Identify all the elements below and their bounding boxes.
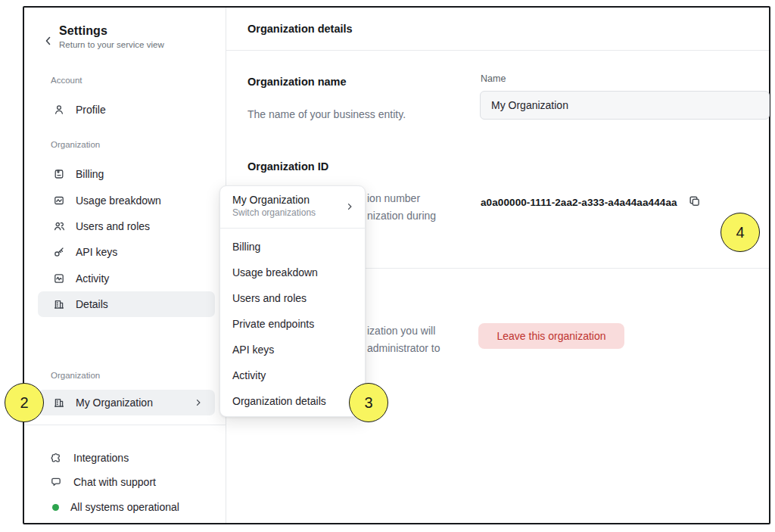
chat-bubble-icon <box>50 476 62 488</box>
org-name-section-title: Organization name <box>247 76 347 88</box>
organization-section-label: Organization <box>51 140 100 149</box>
building-icon <box>53 298 65 310</box>
sidebar-item-api-keys[interactable]: API keys <box>38 239 215 265</box>
dropdown-menu-list: Billing Usage breakdown Users and roles … <box>220 229 365 417</box>
menu-item-billing[interactable]: Billing <box>220 234 365 260</box>
organization-name-input[interactable] <box>480 91 770 120</box>
usage-chart-icon <box>53 194 65 207</box>
puzzle-icon <box>50 452 62 464</box>
menu-item-organization-details[interactable]: Organization details <box>220 388 365 414</box>
main-header: Organization details <box>226 8 769 51</box>
sidebar-item-label: Profile <box>76 104 106 116</box>
sidebar-item-label: All systems operational <box>70 501 179 513</box>
name-field-label: Name <box>481 73 506 84</box>
sidebar-item-usage-breakdown[interactable]: Usage breakdown <box>38 188 215 213</box>
key-icon <box>53 246 65 258</box>
sidebar-item-my-organization[interactable]: My Organization <box>38 390 215 415</box>
settings-title: Settings <box>59 24 164 38</box>
org-name-section-description: The name of your business entity. <box>247 106 406 123</box>
sidebar-item-label: API keys <box>76 246 117 258</box>
organization-switcher-label: Organization <box>51 371 100 380</box>
sidebar-item-label: Details <box>76 298 108 310</box>
organization-id-value: a0a00000-1111-2aa2-a333-a4a44aa444aa <box>481 197 677 208</box>
menu-item-private-endpoints[interactable]: Private endpoints <box>220 311 365 337</box>
org-id-description-fragment-1: ion number <box>367 192 420 204</box>
callout-badge-2: 2 <box>5 383 44 422</box>
sidebar-header: Settings Return to your service view <box>41 24 164 49</box>
dropdown-org-subtitle: Switch organizations <box>232 207 353 218</box>
sidebar-item-label: Chat with support <box>73 476 156 488</box>
leave-description-fragment-1: ization you will <box>367 325 435 337</box>
sidebar-item-label: Activity <box>76 272 109 285</box>
back-chevron-icon[interactable] <box>42 35 54 47</box>
menu-item-activity[interactable]: Activity <box>220 362 365 388</box>
person-icon <box>53 104 65 116</box>
org-id-description-fragment-2: nization during <box>367 210 436 222</box>
org-id-row: a0a00000-1111-2aa2-a333-a4a44aa444aa <box>481 194 703 210</box>
building-icon <box>53 397 65 409</box>
menu-item-users-and-roles[interactable]: Users and roles <box>220 285 365 311</box>
sidebar-item-activity[interactable]: Activity <box>38 266 215 291</box>
sidebar-item-profile[interactable]: Profile <box>38 97 215 123</box>
chevron-right-icon <box>194 398 203 407</box>
sidebar-item-label: Billing <box>76 168 104 180</box>
sidebar-item-users-and-roles[interactable]: Users and roles <box>38 213 215 239</box>
sidebar-item-system-status[interactable]: All systems operational <box>35 494 212 520</box>
page-title: Organization details <box>247 23 353 35</box>
chevron-right-icon <box>345 202 354 211</box>
leave-description-fragment-2: administrator to <box>367 342 440 354</box>
org-id-section-title: Organization ID <box>247 160 328 173</box>
status-dot <box>52 504 59 511</box>
sidebar-item-label: Usage breakdown <box>76 194 161 207</box>
menu-item-usage-breakdown[interactable]: Usage breakdown <box>220 260 365 285</box>
sidebar-item-chat-with-support[interactable]: Chat with support <box>35 469 212 495</box>
activity-icon <box>53 272 65 285</box>
account-section-label: Account <box>51 76 82 85</box>
leave-organization-button[interactable]: Leave this organization <box>478 323 624 349</box>
sidebar-item-label: Users and roles <box>76 220 150 232</box>
sidebar-item-integrations[interactable]: Integrations <box>35 445 212 471</box>
screenshot-stage: Settings Return to your service view Acc… <box>0 0 775 532</box>
dropdown-org-name: My Organization <box>232 194 353 206</box>
copy-icon[interactable] <box>688 194 703 210</box>
callout-badge-4: 4 <box>721 213 760 252</box>
sidebar-item-details[interactable]: Details <box>38 291 215 317</box>
settings-sidebar: Settings Return to your service view Acc… <box>24 8 226 523</box>
users-icon <box>53 220 65 232</box>
sidebar-divider <box>24 425 226 425</box>
sidebar-item-label: My Organization <box>76 397 153 409</box>
sidebar-item-billing[interactable]: Billing <box>38 161 215 187</box>
callout-badge-3: 3 <box>349 383 388 422</box>
menu-item-api-keys[interactable]: API keys <box>220 337 365 362</box>
settings-subtitle[interactable]: Return to your service view <box>59 40 164 49</box>
app-window: Settings Return to your service view Acc… <box>23 6 770 524</box>
billing-icon <box>53 168 65 180</box>
dropdown-org-header[interactable]: My Organization Switch organizations <box>220 186 365 228</box>
sidebar-item-label: Integrations <box>73 452 129 464</box>
organization-switcher-dropdown: My Organization Switch organizations Bil… <box>219 185 366 417</box>
